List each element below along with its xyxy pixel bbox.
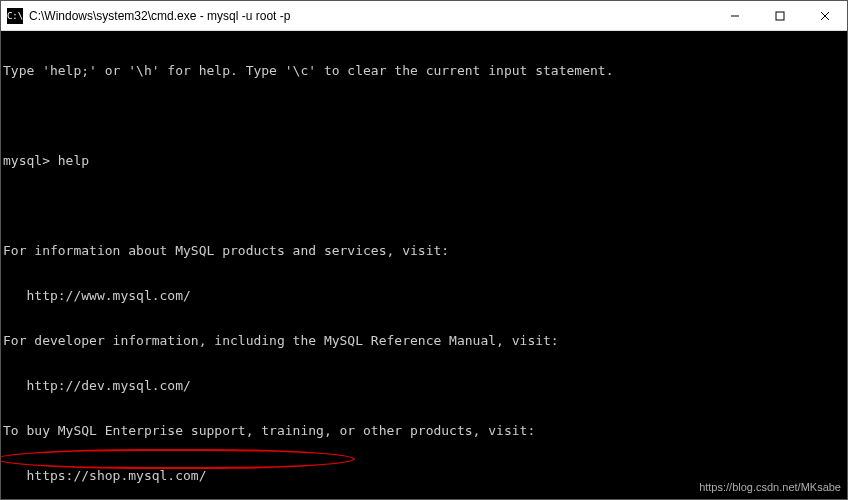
titlebar[interactable]: C:\ C:\Windows\system32\cmd.exe - mysql … [1,1,847,31]
blank [3,108,847,123]
info-heading: For information about MySQL products and… [3,243,847,258]
close-button[interactable] [802,1,847,30]
cmd-icon: C:\ [7,8,23,24]
terminal-area[interactable]: Type 'help;' or '\h' for help. Type '\c'… [1,31,847,499]
prompt-line: mysql> help [3,153,847,168]
window-title: C:\Windows\system32\cmd.exe - mysql -u r… [29,9,712,23]
watermark-text: https://blog.csdn.net/MKsabe [699,480,841,495]
highlight-annotation [1,449,355,469]
maximize-button[interactable] [757,1,802,30]
blank [3,198,847,213]
window-controls [712,1,847,30]
info-url: http://www.mysql.com/ [3,288,847,303]
cmd-window: C:\ C:\Windows\system32\cmd.exe - mysql … [0,0,848,500]
intro-line: Type 'help;' or '\h' for help. Type '\c'… [3,63,847,78]
dev-url: http://dev.mysql.com/ [3,378,847,393]
dev-heading: For developer information, including the… [3,333,847,348]
buy-heading: To buy MySQL Enterprise support, trainin… [3,423,847,438]
svg-rect-1 [776,12,784,20]
minimize-button[interactable] [712,1,757,30]
